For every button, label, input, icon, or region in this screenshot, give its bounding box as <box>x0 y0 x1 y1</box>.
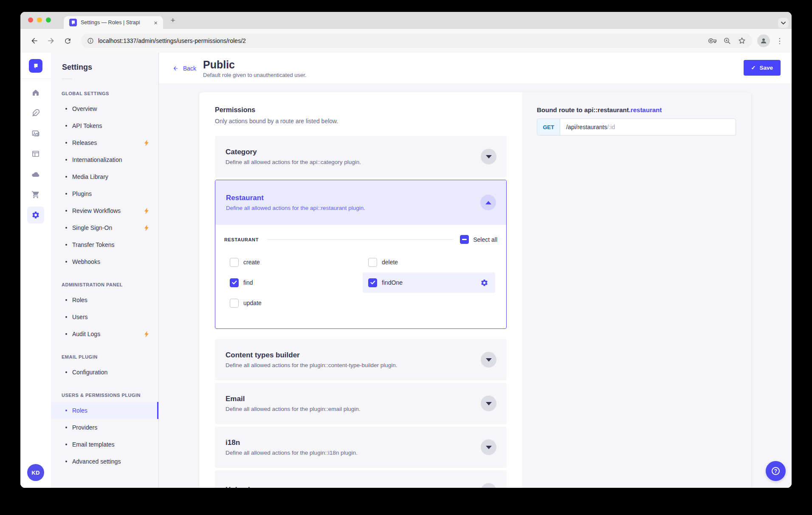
expand-button[interactable] <box>481 396 496 411</box>
accordion-text: i18n Define all allowed actions for the … <box>226 439 358 456</box>
section-users-permissions-plugin: USERS & PERMISSIONS PLUGIN Roles Provide… <box>51 393 158 470</box>
zoom-icon[interactable] <box>723 37 731 45</box>
sidebar-item-overview[interactable]: Overview <box>51 100 158 117</box>
tab-search-button[interactable] <box>778 18 789 28</box>
accordion-text: Category Define all allowed actions for … <box>226 148 361 165</box>
sidebar-item-plugins[interactable]: Plugins <box>51 185 158 202</box>
reload-button[interactable] <box>62 35 73 46</box>
findone-checkbox[interactable] <box>368 278 377 287</box>
sidebar-item-audit-logs[interactable]: Audit Logs <box>51 325 158 342</box>
accordion-i18n[interactable]: i18n Define all allowed actions for the … <box>215 427 507 468</box>
home-icon[interactable] <box>27 84 44 101</box>
browser-profile-button[interactable] <box>757 34 770 47</box>
section-heading: EMAIL PLUGIN <box>51 354 158 359</box>
password-manager-icon[interactable] <box>708 37 717 45</box>
sidebar-item-configuration[interactable]: Configuration <box>51 364 158 381</box>
bound-route-title: Bound route to api::restaurant.restauran… <box>537 106 736 113</box>
help-button[interactable]: ? <box>766 461 786 481</box>
route-param: /:id <box>607 124 615 130</box>
sidebar-item-single-sign-on[interactable]: Single Sign-On <box>51 219 158 236</box>
divider <box>267 239 453 240</box>
logo-wrap <box>20 53 51 79</box>
minimize-window-button[interactable] <box>37 17 42 23</box>
accordion-content-types-builder[interactable]: Content types builder Define all allowed… <box>215 339 507 380</box>
browser-menu-icon[interactable]: ⋮ <box>776 37 783 45</box>
strapi-logo[interactable] <box>29 59 42 73</box>
update-checkbox[interactable] <box>230 299 239 308</box>
accordion-upload[interactable]: Upload <box>215 470 507 488</box>
delete-checkbox[interactable] <box>368 258 377 267</box>
marketplace-icon[interactable] <box>27 186 44 203</box>
cloud-icon[interactable] <box>27 166 44 183</box>
chevron-down-icon <box>486 358 492 362</box>
sidebar-item-webhooks[interactable]: Webhooks <box>51 253 158 270</box>
bookmark-star-icon[interactable] <box>738 37 746 45</box>
site-info-icon[interactable] <box>87 37 94 44</box>
media-library-icon[interactable] <box>27 125 44 142</box>
save-button[interactable]: ✓ Save <box>744 60 781 76</box>
user-avatar[interactable]: KD <box>27 464 44 481</box>
forward-button[interactable] <box>45 35 56 46</box>
browser-window: Settings — Roles | Strapi × + localhost:… <box>20 12 792 488</box>
find-checkbox[interactable] <box>230 278 239 287</box>
select-all-row: RESTAURANT Select all <box>224 235 497 244</box>
expand-button[interactable] <box>481 352 496 368</box>
sidebar-item-api-tokens[interactable]: API Tokens <box>51 117 158 134</box>
sidebar-item-internationalization[interactable]: Internationalization <box>51 151 158 168</box>
accordion-text: Restaurant Define all allowed actions fo… <box>226 194 365 211</box>
sidebar-item-transfer-tokens[interactable]: Transfer Tokens <box>51 236 158 253</box>
settings-sidebar: Settings GLOBAL SETTINGS Overview API To… <box>51 53 159 488</box>
bullet <box>65 244 67 246</box>
sidebar-item-providers[interactable]: Providers <box>51 419 158 436</box>
action-delete: delete <box>363 252 495 272</box>
back-link[interactable]: Back <box>172 65 196 72</box>
sidebar-item-review-workflows[interactable]: Review Workflows <box>51 202 158 219</box>
advanced-settings-cog-icon[interactable] <box>480 279 488 287</box>
accordion-category[interactable]: Category Define all allowed actions for … <box>215 136 507 177</box>
close-tab-icon[interactable]: × <box>152 19 159 26</box>
collapse-button[interactable] <box>480 195 496 210</box>
section-heading: ADMINISTRATION PANEL <box>51 282 158 287</box>
action-findone[interactable]: findOne <box>363 272 495 293</box>
question-mark-icon: ? <box>772 467 780 475</box>
accordion-restaurant-header[interactable]: Restaurant Define all allowed actions fo… <box>215 180 506 225</box>
settings-icon[interactable] <box>27 207 44 224</box>
main-nav-rail: KD <box>20 53 51 488</box>
expand-button[interactable] <box>481 483 496 488</box>
chevron-down-icon <box>486 155 492 158</box>
tab-title: Settings — Roles | Strapi <box>81 20 152 25</box>
sidebar-item-releases[interactable]: Releases <box>51 134 158 151</box>
select-all-checkbox[interactable] <box>460 235 469 244</box>
url-text[interactable]: localhost:1337/admin/settings/users-perm… <box>98 37 702 44</box>
sidebar-item-roles[interactable]: Roles <box>51 402 158 419</box>
sidebar-item-media-library[interactable]: Media Library <box>51 168 158 185</box>
http-method-badge: GET <box>537 119 560 135</box>
route-path: /api/restaurants/:id <box>560 124 615 130</box>
back-button[interactable] <box>29 35 40 46</box>
section-heading: USERS & PERMISSIONS PLUGIN <box>51 393 158 398</box>
bound-route-panel: Bound route to api::restaurant.restauran… <box>522 92 751 488</box>
content-manager-icon[interactable] <box>27 105 44 122</box>
sidebar-item-advanced-settings[interactable]: Advanced settings <box>51 453 158 470</box>
address-bar[interactable]: localhost:1337/admin/settings/users-perm… <box>81 34 752 48</box>
lightning-icon <box>144 140 149 146</box>
sidebar-item-admin-roles[interactable]: Roles <box>51 291 158 308</box>
close-window-button[interactable] <box>28 17 33 23</box>
sidebar-item-email-templates[interactable]: Email templates <box>51 436 158 453</box>
fullscreen-window-button[interactable] <box>46 17 51 23</box>
create-checkbox[interactable] <box>230 258 239 267</box>
accordion-email[interactable]: Email Define all allowed actions for the… <box>215 383 507 424</box>
select-all-label: Select all <box>473 236 497 243</box>
accordion-text: Email Define all allowed actions for the… <box>226 395 360 412</box>
accordion-text: Content types builder Define all allowed… <box>226 351 398 368</box>
expand-button[interactable] <box>481 149 496 164</box>
expand-button[interactable] <box>481 439 496 455</box>
lightning-icon <box>144 331 149 337</box>
restaurant-permissions-body: RESTAURANT Select all create <box>215 225 506 328</box>
browser-tab[interactable]: Settings — Roles | Strapi × <box>64 16 163 29</box>
new-tab-button[interactable]: + <box>167 15 178 26</box>
sidebar-item-users[interactable]: Users <box>51 308 158 325</box>
chevron-up-icon <box>485 201 491 204</box>
content-type-builder-icon[interactable] <box>27 145 44 162</box>
role-description: Default role given to unauthenticated us… <box>203 72 307 78</box>
